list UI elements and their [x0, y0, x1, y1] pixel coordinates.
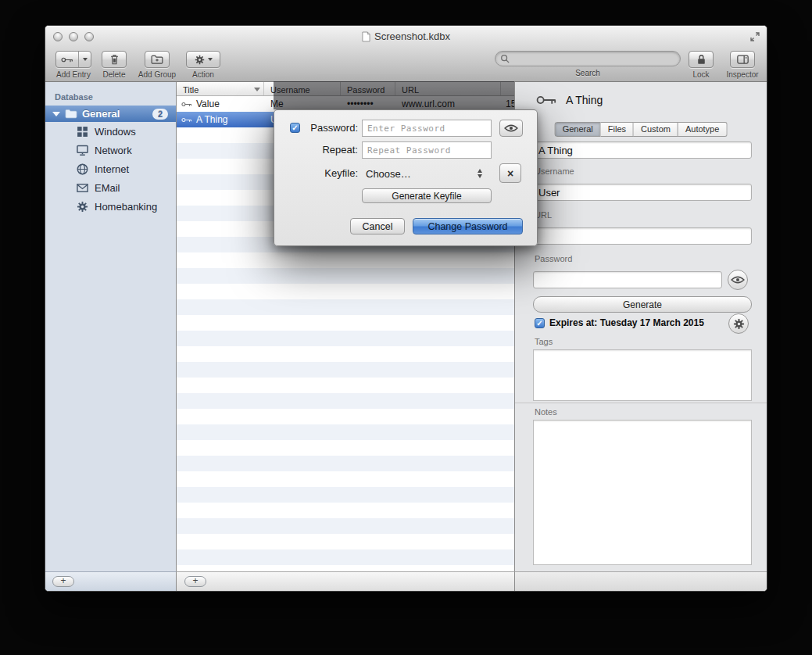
- username-field[interactable]: [533, 184, 752, 201]
- dialog-keyfile-label: Keyfile:: [274, 165, 358, 182]
- table-row[interactable]: [177, 268, 514, 284]
- panel-icon: [737, 55, 749, 64]
- table-row[interactable]: [177, 456, 514, 471]
- tab-autotype[interactable]: Autotype: [678, 122, 727, 137]
- clear-keyfile-button[interactable]: ×: [499, 163, 521, 183]
- search-input[interactable]: [513, 52, 675, 65]
- add-group-button[interactable]: [145, 51, 170, 68]
- chevron-down-icon: [83, 58, 88, 61]
- key-icon: [536, 91, 557, 109]
- inspector-entry-title: A Thing: [566, 94, 603, 106]
- action-button[interactable]: [186, 51, 220, 68]
- table-row[interactable]: [177, 252, 514, 268]
- lock-button[interactable]: [689, 51, 714, 68]
- sidebar-item-internet[interactable]: Internet: [45, 159, 176, 178]
- sidebar-item-label: Internet: [95, 163, 129, 175]
- sidebar-item-windows[interactable]: Windows: [45, 122, 176, 141]
- delete-label: Delete: [97, 70, 131, 79]
- table-row[interactable]: [177, 393, 514, 409]
- notes-field[interactable]: [533, 420, 752, 565]
- table-row[interactable]: [177, 331, 514, 346]
- add-entry-button[interactable]: [55, 51, 91, 68]
- search-label: Search: [495, 69, 681, 77]
- fullscreen-icon[interactable]: [749, 31, 760, 42]
- password-label: Password: [535, 254, 572, 263]
- add-entry-plus-button[interactable]: +: [184, 576, 206, 587]
- delete-button[interactable]: [102, 51, 127, 68]
- password-field[interactable]: [533, 271, 722, 288]
- dialog-reveal-button[interactable]: [499, 120, 523, 137]
- folder-plus-icon: [151, 55, 163, 64]
- tags-field[interactable]: [533, 349, 752, 401]
- add-entry-dropdown[interactable]: [79, 52, 91, 67]
- disclosure-triangle-icon[interactable]: [52, 112, 60, 116]
- table-row[interactable]: [177, 487, 514, 503]
- column-header-title[interactable]: Title: [177, 82, 264, 95]
- window-title-bar: Screenshot.kdbx: [45, 30, 767, 45]
- sidebar-item-email[interactable]: EMail: [45, 178, 176, 197]
- title-field[interactable]: [533, 141, 752, 159]
- expires-checkbox[interactable]: [535, 318, 545, 328]
- inspector-button[interactable]: [730, 51, 755, 68]
- table-row[interactable]: [177, 409, 514, 424]
- table-row[interactable]: [177, 315, 514, 331]
- table-row[interactable]: [177, 346, 514, 362]
- document-proxy-icon: [362, 31, 370, 42]
- bottom-bar: + +: [45, 571, 767, 591]
- table-row[interactable]: [177, 565, 514, 571]
- window-title: Screenshot.kdbx: [374, 30, 450, 42]
- inspector-bottom-bar: [515, 571, 767, 591]
- table-row[interactable]: [177, 518, 514, 534]
- sort-indicator-icon: [254, 88, 260, 91]
- table-row[interactable]: [177, 378, 514, 393]
- change-password-button[interactable]: Change Password: [413, 218, 523, 234]
- folder-icon: [65, 109, 77, 119]
- dialog-password-label: Password:: [274, 120, 358, 137]
- eye-icon: [504, 124, 518, 132]
- table-row[interactable]: [177, 362, 514, 378]
- table-row[interactable]: [177, 503, 514, 518]
- table-row[interactable]: [177, 424, 514, 440]
- keyfile-popup-value: Choose…: [366, 168, 411, 180]
- reveal-password-button[interactable]: [728, 270, 748, 290]
- sidebar-item-network[interactable]: Network: [45, 141, 176, 159]
- tags-label: Tags: [535, 337, 553, 346]
- sidebar-section-header: Database: [45, 82, 176, 106]
- generate-password-button[interactable]: Generate: [533, 296, 752, 313]
- tab-general[interactable]: General: [555, 122, 601, 137]
- inspector-tabs: General Files Custom Autotype: [555, 122, 728, 137]
- padlock-icon: [697, 54, 706, 65]
- sidebar-group-label: General: [82, 108, 120, 120]
- table-row[interactable]: [177, 471, 514, 487]
- table-row[interactable]: [177, 534, 514, 549]
- sidebar-item-homebanking[interactable]: Homebanking: [45, 197, 176, 216]
- envelope-icon: [77, 182, 88, 194]
- generate-keyfile-button[interactable]: Generate Keyfile: [362, 188, 492, 203]
- sidebar-bottom-bar: +: [45, 571, 177, 591]
- trash-icon: [109, 54, 120, 65]
- sidebar-item-label: Network: [95, 145, 132, 156]
- add-group-plus-button[interactable]: +: [52, 576, 74, 587]
- table-row[interactable]: [177, 549, 514, 565]
- action-label: Action: [183, 70, 224, 79]
- entry-count-badge: 2: [152, 109, 168, 120]
- change-password-dialog: Password: Repeat: Keyfile: Choose… × Gen…: [274, 109, 538, 246]
- table-row[interactable]: [177, 284, 514, 299]
- add-entry-label: Add Entry: [52, 70, 95, 79]
- keyfile-popup[interactable]: Choose…: [362, 164, 492, 183]
- tab-custom[interactable]: Custom: [634, 122, 678, 137]
- sidebar-item-label: Windows: [95, 126, 136, 138]
- tab-files[interactable]: Files: [601, 122, 634, 137]
- table-row[interactable]: [177, 299, 514, 315]
- action-group: Action: [183, 51, 224, 79]
- search-field[interactable]: [495, 51, 681, 66]
- cancel-button[interactable]: Cancel: [350, 218, 405, 234]
- list-bottom-bar: +: [177, 571, 515, 591]
- dialog-repeat-input[interactable]: [362, 141, 492, 159]
- sidebar-group-general[interactable]: General 2: [45, 106, 176, 122]
- table-row[interactable]: [177, 440, 514, 456]
- url-field[interactable]: [533, 227, 752, 245]
- dialog-password-input[interactable]: [362, 120, 492, 137]
- inspector-group: Inspector: [721, 51, 764, 79]
- expires-settings-button[interactable]: [728, 313, 749, 334]
